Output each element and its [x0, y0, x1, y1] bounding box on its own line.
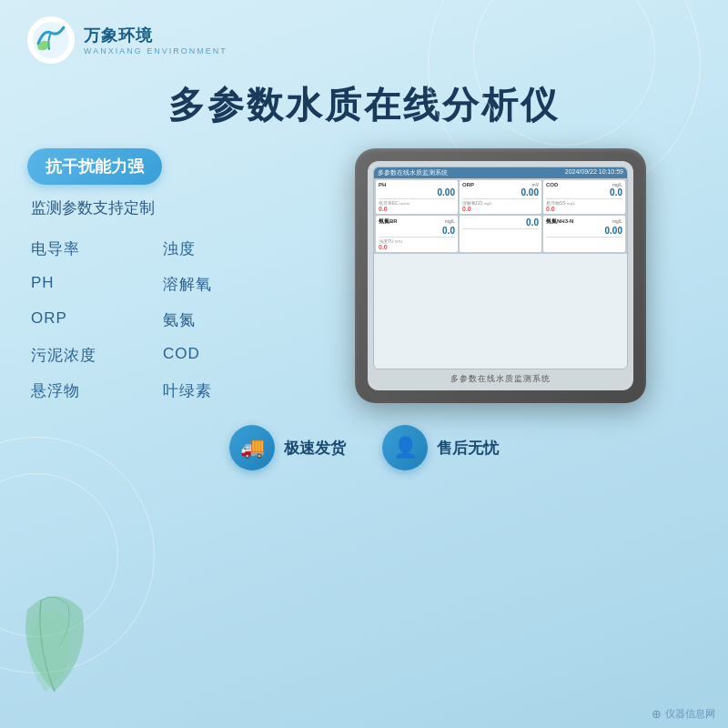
logo-circle — [27, 16, 75, 64]
bottom-bar: 🚚 极速发货 👤 售后无忧 — [0, 407, 728, 480]
brand-sub: WANXIANG ENVIRONMENT — [84, 46, 228, 56]
param-item-溶解氧: 溶解氧 — [159, 268, 282, 300]
header: 万象环境 WANXIANG ENVIRONMENT — [0, 0, 728, 73]
shipping-text: 极速发货 — [284, 438, 346, 459]
left-panel: 抗干扰能力强 监测参数支持定制 电导率浊度PH溶解氧ORP氨氮污泥浓度COD悬浮… — [27, 148, 282, 407]
lcd-title: 多参数在线水质监测系统 — [378, 168, 448, 177]
lcd-cell-ph: PH 0.00 电导率EC us/cm 0.0 — [376, 180, 458, 214]
lcd-datetime: 2024/09/22 10:10:59 — [565, 168, 623, 177]
param-item-浊度: 浊度 — [159, 233, 282, 265]
params-grid: 电导率浊度PH溶解氧ORP氨氮污泥浓度COD悬浮物叶绿素 — [27, 233, 282, 407]
right-panel: 多参数在线水质监测系统 2024/09/22 10:10:59 PH 0.00 … — [300, 148, 701, 403]
footer-watermark: ⊕ 仪器信息网 — [652, 707, 715, 721]
param-item-叶绿素: 叶绿素 — [159, 375, 282, 407]
monitor-text: 监测参数支持定制 — [27, 197, 282, 218]
lcd-cell-orp: ORP mV 0.00 溶解氧DO mg/L 0.0 — [460, 180, 541, 214]
lcd-cell-mid: 0.0 — [460, 216, 541, 252]
bottom-item-shipping: 🚚 极速发货 — [229, 425, 346, 470]
param-item-COD: COD — [159, 339, 282, 371]
param-item-电导率: 电导率 — [27, 233, 150, 265]
page-title: 多参数水质在线分析仪 — [0, 73, 728, 148]
feature-badge: 抗干扰能力强 — [27, 148, 162, 185]
device-label: 多参数在线水质监测系统 — [368, 369, 633, 390]
lcd-header-bar: 多参数在线水质监测系统 2024/09/22 10:10:59 — [374, 167, 627, 178]
logo-svg — [31, 20, 71, 60]
lcd-grid-row2: 氨氮BR mg/L 0.0 浊度TU NTU 0.0 — [374, 216, 627, 254]
lcd-cell-ammonia: 氨氮BR mg/L 0.0 浊度TU NTU 0.0 — [376, 216, 458, 252]
ripple-deco-3 — [0, 473, 118, 637]
leaf-decoration — [9, 582, 100, 692]
param-item-氨氮: 氨氮 — [159, 304, 282, 336]
device-outer: 多参数在线水质监测系统 2024/09/22 10:10:59 PH 0.00 … — [355, 148, 646, 403]
lcd-screen: 多参数在线水质监测系统 2024/09/22 10:10:59 PH 0.00 … — [373, 167, 628, 369]
device-inner: 多参数在线水质监测系统 2024/09/22 10:10:59 PH 0.00 … — [368, 161, 633, 390]
param-item-PH: PH — [27, 268, 150, 300]
service-text: 售后无忧 — [437, 438, 499, 459]
shipping-icon: 🚚 — [229, 425, 275, 470]
brand-text: 万象环境 WANXIANG ENVIRONMENT — [84, 25, 228, 56]
service-icon: 👤 — [382, 425, 428, 470]
param-item-ORP: ORP — [27, 304, 150, 336]
brand-name: 万象环境 — [84, 25, 228, 46]
param-item-悬浮物: 悬浮物 — [27, 375, 150, 407]
param-item-污泥浓度: 污泥浓度 — [27, 339, 150, 371]
content-area: 抗干扰能力强 监测参数支持定制 电导率浊度PH溶解氧ORP氨氮污泥浓度COD悬浮… — [0, 148, 728, 407]
lcd-cell-nh3n: 氨氮NH3-N mg/L 0.00 — [543, 216, 625, 252]
lcd-cell-cod: COD mg/L 0.0 悬浮物SS mg/L 0.0 — [543, 180, 625, 214]
lcd-grid-row1: PH 0.00 电导率EC us/cm 0.0 ORP mV — [374, 178, 627, 216]
bottom-item-service: 👤 售后无忧 — [382, 425, 499, 470]
